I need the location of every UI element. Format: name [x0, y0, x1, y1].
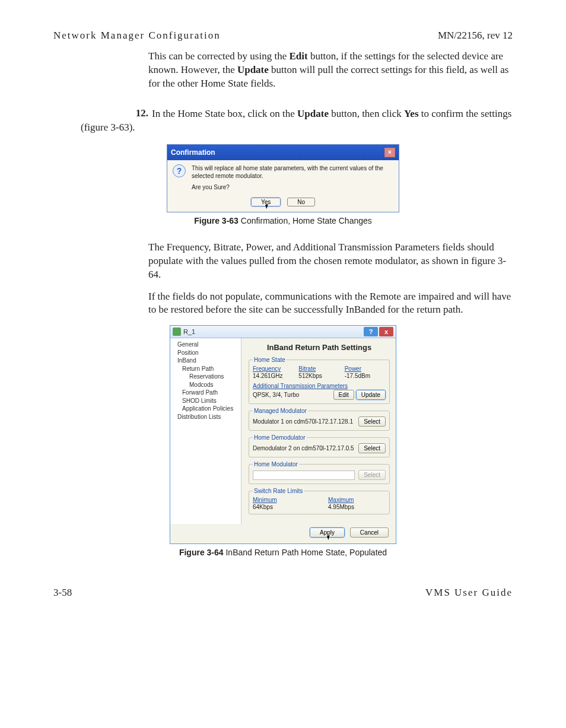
titlebar: R_1 ? x [170, 326, 396, 338]
minimum-label: Minimum [253, 497, 310, 503]
tree-item-reservations[interactable]: Reservations [171, 373, 240, 381]
message-line-2: Are you Sure? [192, 183, 393, 191]
frequency-value: 14.261GHz [253, 373, 283, 379]
yes-button[interactable]: Yes [251, 198, 281, 206]
managed-modulator-value: Modulator 1 on cdm570l-172.17.128.1 [253, 418, 353, 425]
select-button[interactable]: Select [358, 443, 386, 453]
update-bold: Update [297, 108, 329, 119]
window-icon [173, 328, 181, 336]
figure-64-caption: Figure 3-64 InBand Return Path Home Stat… [53, 548, 513, 557]
tree-item-modcods[interactable]: Modcods [171, 381, 240, 389]
tree-item-inband[interactable]: InBand [171, 357, 240, 365]
cancel-button[interactable]: Cancel [350, 527, 389, 538]
nav-tree: General Position InBand Return Path Rese… [170, 338, 241, 524]
footer-right: VMS User Guide [425, 587, 513, 599]
figure-text: Confirmation, Home State Changes [239, 216, 372, 225]
dialog-message: This will replace all home state paramet… [192, 164, 393, 191]
tree-item-position[interactable]: Position [171, 349, 240, 357]
edit-button[interactable]: Edit [333, 390, 354, 400]
paragraph-2: The Frequency, Bitrate, Power, and Addit… [148, 241, 513, 282]
tree-item-distribution-lists[interactable]: Distribution Lists [171, 413, 240, 421]
page-number: 3-58 [53, 587, 72, 599]
edit-bold: Edit [289, 50, 307, 62]
power-value: -17.5dBm [345, 373, 370, 379]
text: button, then click [329, 108, 404, 119]
close-icon[interactable]: × [384, 148, 395, 157]
tree-item-shod-limits[interactable]: SHOD Limits [171, 397, 240, 405]
header-right: MN/22156, rev 12 [438, 30, 513, 42]
minimum-value: 64Kbps [253, 504, 273, 510]
help-icon[interactable]: ? [364, 327, 378, 336]
home-modulator-input[interactable] [253, 471, 355, 480]
home-demodulator-fieldset: Home Demodulator Demodulator 2 on cdm570… [249, 434, 390, 457]
home-modulator-legend: Home Modulator [253, 461, 299, 468]
atp-label: Additional Transmission Parameters [253, 383, 386, 389]
tree-item-app-policies[interactable]: Application Policies [171, 405, 240, 413]
switch-rate-limits-legend: Switch Rate Limits [253, 488, 304, 494]
panel-title: InBand Return Path Settings [249, 343, 390, 352]
maximum-label: Maximum [328, 497, 386, 503]
managed-modulator-fieldset: Managed Modulator Modulator 1 on cdm570l… [249, 408, 390, 431]
tree-item-forward-path[interactable]: Forward Path [171, 389, 240, 397]
titlebar: Confirmation × [167, 145, 399, 160]
switch-rate-limits-fieldset: Switch Rate Limits Minimum 64Kbps Maximu… [249, 488, 390, 514]
close-icon[interactable]: x [379, 327, 393, 336]
window-title: R_1 [183, 328, 195, 335]
tree-item-general[interactable]: General [171, 341, 240, 349]
select-button: Select [358, 470, 386, 480]
figure-text: InBand Return Path Home State, Populated [224, 548, 387, 557]
managed-modulator-legend: Managed Modulator [253, 408, 308, 414]
select-button[interactable]: Select [358, 417, 386, 427]
bitrate-value: 512Kbps [298, 373, 322, 379]
question-icon: ? [173, 164, 186, 177]
apply-button[interactable]: Apply [310, 527, 345, 538]
figure-63-caption: Figure 3-63 Confirmation, Home State Cha… [53, 216, 513, 225]
paragraph-3: If the fields do not populate, communica… [148, 290, 513, 317]
bitrate-label: Bitrate [298, 365, 339, 372]
home-modulator-fieldset: Home Modulator Select [249, 461, 390, 484]
power-label: Power [345, 365, 386, 372]
inband-dialog: R_1 ? x General Position InBand Return P… [170, 325, 396, 544]
home-demodulator-value: Demodulator 2 on cdm570l-172.17.0.5 [253, 445, 354, 452]
confirmation-dialog: Confirmation × ? This will replace all h… [167, 144, 399, 212]
message-line-1: This will replace all home state paramet… [192, 164, 393, 180]
dialog-title: Confirmation [171, 148, 215, 157]
step-text: In the Home State box, click on the Upda… [81, 107, 513, 135]
paragraph-1: This can be corrected by using the Edit … [148, 50, 513, 91]
figure-label: Figure 3-64 [179, 548, 224, 557]
maximum-value: 4.95Mbps [328, 504, 354, 510]
header-left: Network Manager Configuration [53, 30, 221, 42]
text: This can be corrected by using the [148, 50, 289, 62]
text: In the Home State box, click on the [152, 108, 297, 119]
no-button[interactable]: No [287, 198, 315, 206]
home-demodulator-legend: Home Demodulator [253, 434, 307, 441]
update-button[interactable]: Update [356, 390, 386, 400]
frequency-label: Frequency [253, 365, 294, 372]
home-state-legend: Home State [253, 357, 287, 363]
yes-bold: Yes [404, 108, 419, 119]
atp-value: QPSK, 3/4, Turbo [253, 392, 299, 398]
home-state-fieldset: Home State Frequency 14.261GHz Bitrate 5… [249, 357, 390, 404]
update-bold: Update [237, 64, 269, 75]
figure-label: Figure 3-63 [194, 216, 239, 225]
tree-item-return-path[interactable]: Return Path [171, 365, 240, 373]
